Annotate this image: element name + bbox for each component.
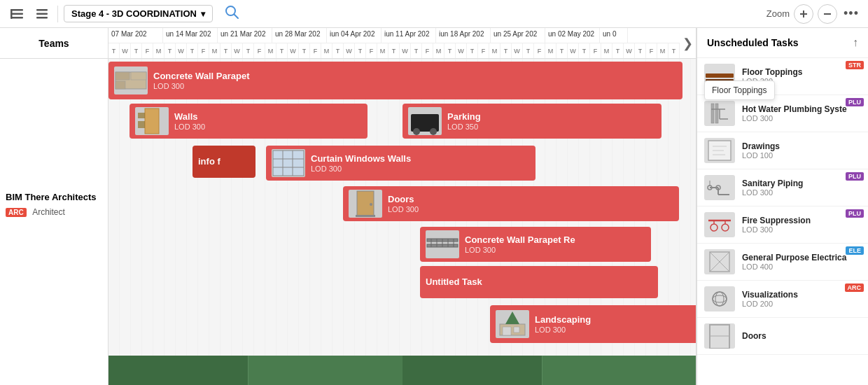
unscheduled-name-visualizations: Visualizations <box>742 290 861 300</box>
unscheduled-badge-general-purpose: ELE <box>846 246 864 255</box>
day-cell: T <box>444 43 456 58</box>
day-cell: T <box>108 43 120 58</box>
right-panel-header: Unscheduled Tasks ↑ <box>697 28 868 58</box>
task-bar-curtain-windows[interactable]: Curtain Windows WallsLOD 300 <box>266 146 536 181</box>
day-cell: M <box>545 43 556 58</box>
task-bar-info-f[interactable]: info f <box>192 146 255 178</box>
day-cell: T <box>299 43 310 58</box>
task-lod-parking: LOD 350 <box>447 122 481 131</box>
day-cell: W <box>232 43 243 58</box>
day-cell: W <box>512 43 523 58</box>
date-0: 07 Mar 202 <box>108 28 163 43</box>
task-bar-concrete-wall[interactable]: Concrete Wall ParapetLOD 300 <box>108 62 682 99</box>
unscheduled-lod-hot-water: LOD 300 <box>742 114 861 122</box>
day-cell: T <box>187 43 198 58</box>
day-cell: F <box>646 43 657 58</box>
svg-rect-6 <box>36 17 48 19</box>
day-cell: T <box>635 43 646 58</box>
unscheduled-item-sanitary-piping[interactable]: Sanitary PipingLOD 300PLU <box>697 169 868 206</box>
svg-rect-34 <box>145 108 159 134</box>
day-cell: F <box>254 43 265 58</box>
svg-rect-41 <box>706 74 734 78</box>
day-cell: T <box>332 43 344 58</box>
unscheduled-item-doors-unscheduled[interactable]: Doors <box>697 318 868 355</box>
task-bar-walls[interactable]: WallsLOD 300 <box>130 104 368 139</box>
unscheduled-item-fire-suppression[interactable]: Fire SuppressionLOD 300PLU <box>697 206 868 244</box>
svg-rect-3 <box>10 9 13 19</box>
search-button[interactable] <box>224 4 239 23</box>
day-cell: M <box>265 43 276 58</box>
task-bar-doors[interactable]: DoorsLOD 300 <box>343 186 679 221</box>
stage-dropdown[interactable]: Stage 4 - 3D COORDINATION ▾ <box>64 5 213 22</box>
svg-rect-43 <box>711 104 714 123</box>
unscheduled-item-visualizations[interactable]: VisualizationsLOD 200ARC <box>697 281 868 318</box>
day-cell: W <box>624 43 635 58</box>
task-bar-untitled-task[interactable]: Untitled Task <box>420 266 658 298</box>
svg-rect-5 <box>36 13 48 15</box>
svg-point-67 <box>715 292 724 306</box>
unscheduled-info-doors-unscheduled: Doors <box>742 331 861 341</box>
list-view-icon[interactable] <box>32 4 52 24</box>
zoom-out-button[interactable] <box>818 4 837 24</box>
unscheduled-item-drawings[interactable]: DrawingsLOD 100 <box>697 132 868 169</box>
task-title-doors: Doors <box>388 194 419 205</box>
task-bar-landscaping[interactable]: LandscapingLOD 300 <box>490 305 696 343</box>
unscheduled-badge-visualizations: ARC <box>845 284 864 292</box>
dropdown-arrow-icon: ▾ <box>201 9 205 19</box>
task-lod-concrete-wall-re: LOD 300 <box>465 246 575 254</box>
unscheduled-icon-sanitary-piping <box>704 175 735 200</box>
gantt-body: BIM There Architects ARC Architect Lands… <box>0 59 696 385</box>
task-bar-concrete-wall-re[interactable]: Concrete Wall Parapet ReLOD 300 <box>420 227 651 262</box>
timeline-header: 07 Mar 202 un 14 Mar 202 un 21 Mar 202 u… <box>108 28 680 58</box>
zoom-in-button[interactable] <box>794 4 813 24</box>
sort-button[interactable]: ↑ <box>853 36 858 49</box>
unscheduled-item-hot-water[interactable]: Hot Water Plumbing SysteLOD 300PLU <box>697 95 868 132</box>
task-bar-parking[interactable]: ParkingLOD 350 <box>402 104 662 139</box>
day-cell: T <box>467 43 478 58</box>
svg-rect-44 <box>715 104 718 123</box>
svg-rect-40 <box>115 81 125 89</box>
svg-marker-15 <box>505 312 519 324</box>
unscheduled-item-floor-toppings[interactable]: Floor ToppingsLOD 300STRFloor Toppings <box>697 58 868 95</box>
day-cell: M <box>657 43 668 58</box>
team-badge: ARC <box>6 208 27 217</box>
task-info-info-f: info f <box>198 156 220 167</box>
date-2: un 21 Mar 202 <box>218 28 272 43</box>
unscheduled-icon-general-purpose <box>704 249 735 274</box>
task-info-doors: DoorsLOD 300 <box>388 194 419 214</box>
unscheduled-info-visualizations: VisualizationsLOD 200 <box>742 290 861 308</box>
day-cell: T <box>276 43 288 58</box>
date-5: iun 11 Apr 202 <box>382 28 436 43</box>
unscheduled-icon-fire-suppression <box>704 212 735 237</box>
task-title-concrete-wall: Concrete Wall Parapet <box>153 71 250 82</box>
day-cell: M <box>433 43 444 58</box>
svg-point-68 <box>713 295 727 302</box>
day-cell: W <box>400 43 411 58</box>
svg-rect-26 <box>273 150 304 176</box>
unscheduled-info-sanitary-piping: Sanitary PipingLOD 300 <box>742 178 861 197</box>
team-role: Architect <box>32 207 65 217</box>
main-content: Teams 07 Mar 202 un 14 Mar 202 un 21 Mar… <box>0 28 868 385</box>
svg-rect-69 <box>710 325 729 349</box>
teams-label: Teams <box>38 38 69 49</box>
unscheduled-name-doors-unscheduled: Doors <box>742 331 861 341</box>
task-info-untitled-task: Untitled Task <box>426 276 482 288</box>
unscheduled-icon-visualizations <box>704 286 735 312</box>
svg-rect-2 <box>10 17 23 19</box>
day-cell: T <box>500 43 512 58</box>
more-options-button[interactable]: ••• <box>841 4 861 24</box>
day-cell: W <box>288 43 299 58</box>
day-cell: T <box>131 43 142 58</box>
unscheduled-info-general-purpose: General Purpose ElectricaLOD 400 <box>742 253 861 271</box>
task-icon-curtain-windows <box>272 149 305 177</box>
svg-rect-36 <box>138 121 145 128</box>
unscheduled-item-general-purpose[interactable]: General Purpose ElectricaLOD 400ELE <box>697 244 868 281</box>
grid-view-icon[interactable] <box>7 4 27 24</box>
team-info: ARC Architect <box>6 205 102 218</box>
day-cell: M <box>601 43 612 58</box>
toolbar-right: Zoom ••• <box>766 4 861 24</box>
task-info-curtain-windows: Curtain Windows WallsLOD 300 <box>311 153 411 173</box>
day-cell: T <box>668 43 680 58</box>
gantt-header: Teams 07 Mar 202 un 14 Mar 202 un 21 Mar… <box>0 28 696 59</box>
timeline-scroll-right-button[interactable]: ❯ <box>680 28 696 58</box>
